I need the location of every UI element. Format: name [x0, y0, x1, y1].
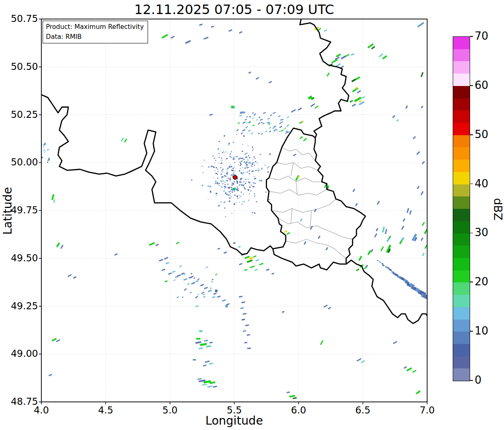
colorbar-band: [453, 258, 470, 270]
echo-streak: [217, 248, 220, 249]
colorbar-band: [453, 344, 470, 356]
y-tick-label: 49.00: [7, 348, 38, 359]
colorbar-tick-mark: [470, 184, 473, 184]
echo-streak: [177, 275, 181, 276]
echo-streak: [239, 263, 242, 265]
echo-streak: [352, 88, 358, 92]
echo-streak: [201, 284, 204, 286]
echo-streak: [244, 269, 247, 270]
echo-streak: [407, 368, 412, 371]
colorbar: [453, 36, 470, 381]
colorbar-band: [453, 320, 470, 332]
echo-streak: [238, 246, 241, 247]
echo-streak: [162, 269, 165, 270]
echo-streak: [202, 384, 207, 385]
echo-streak: [166, 263, 169, 264]
echo-streak: [217, 296, 221, 297]
echo-streak: [364, 267, 367, 269]
echo-streak: [213, 293, 217, 294]
y-tick-label: 50.25: [7, 109, 38, 120]
echo-streak: [393, 342, 397, 344]
echo-streak: [320, 340, 323, 344]
echo-streak: [244, 342, 247, 343]
echo-streak: [423, 253, 424, 256]
colorbar-tick-mark: [470, 331, 473, 332]
echo-streak: [308, 96, 312, 98]
x-tick-label: 5.0: [153, 405, 186, 416]
echo-streak: [425, 229, 427, 234]
echo-streak: [243, 313, 246, 314]
colorbar-tick-label: 10: [475, 325, 488, 337]
product-info-line2: Data: RMIB: [46, 32, 144, 42]
x-tick-label: 7.0: [411, 405, 444, 416]
echo-streak: [368, 44, 373, 48]
echo-streak: [407, 208, 408, 213]
colorbar-band: [453, 172, 470, 184]
echo-streak: [52, 194, 54, 200]
x-tick-label: 6.0: [282, 405, 315, 416]
colorbar-tick-mark: [470, 85, 473, 86]
echo-streak: [416, 391, 420, 394]
colorbar-band: [453, 332, 470, 344]
echo-streak: [300, 137, 302, 139]
echo-streak: [256, 78, 259, 79]
echo-streak: [287, 392, 290, 392]
echo-streak: [249, 258, 253, 259]
echo-streak: [318, 236, 320, 239]
colorbar-band: [453, 61, 470, 74]
colorbar-band: [453, 86, 470, 98]
echo-streak: [191, 282, 195, 284]
echo-streak: [196, 281, 199, 282]
echo-streak: [210, 114, 213, 115]
colorbar-band: [453, 356, 470, 369]
colorbar-tick-label: 60: [475, 79, 488, 91]
echo-streak: [293, 398, 297, 399]
echo-streak: [302, 121, 303, 122]
echo-streak: [49, 375, 52, 376]
echo-streak: [168, 273, 172, 274]
echo-streak: [162, 35, 168, 38]
grid-lines: [41, 19, 427, 402]
x-axis-label: Longitude: [41, 414, 427, 428]
echo-streak: [303, 139, 307, 141]
echo-streak: [287, 233, 290, 234]
colorbar-tick-mark: [470, 134, 473, 135]
echo-streak: [406, 106, 407, 109]
colorbar-band: [453, 184, 470, 197]
echo-streak: [255, 269, 258, 270]
echo-streak: [413, 136, 416, 139]
echo-streak: [417, 186, 419, 189]
echo-streak: [73, 277, 76, 278]
product-info-line1: Product: Maximum Reflectivity: [46, 22, 144, 32]
echo-streak: [259, 263, 263, 265]
echo-streak: [272, 273, 274, 274]
echo-streak: [311, 104, 315, 107]
colorbar-tick-mark: [470, 233, 473, 234]
echo-streak: [311, 226, 313, 229]
echo-streak: [365, 265, 368, 267]
echo-streak: [404, 367, 407, 368]
radar-clutter: [191, 134, 275, 217]
echo-streak: [68, 275, 72, 277]
echo-streak: [375, 234, 377, 237]
y-tick-label: 50.50: [7, 61, 38, 72]
echo-streak: [324, 30, 327, 31]
y-tick-label: 50.00: [7, 157, 38, 167]
y-tick-label: 50.75: [7, 13, 38, 24]
axis-tick-marks: [39, 19, 427, 404]
echo-streak: [203, 381, 211, 382]
echo-streak: [203, 365, 206, 366]
echo-streak: [346, 54, 349, 56]
colorbar-band: [453, 196, 470, 209]
colorbar-band: [453, 123, 470, 135]
speckle-clouds: [39, 112, 289, 298]
radar-site-marker: [233, 175, 237, 179]
colorbar-band: [453, 234, 470, 246]
echo-streak: [172, 271, 176, 272]
echo-streak: [377, 201, 379, 205]
echo-streak: [196, 306, 199, 307]
echo-streak: [410, 210, 411, 215]
colorbar-band: [453, 110, 470, 123]
radar-figure: 12.11.2025 07:05 - 07:09 UTC Product: Ma…: [0, 0, 504, 430]
echo-streak: [327, 186, 329, 189]
